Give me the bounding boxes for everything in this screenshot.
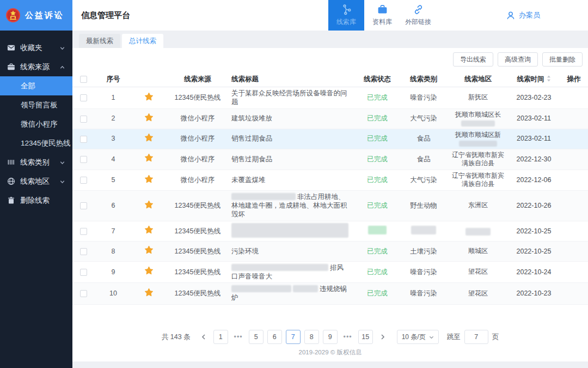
- page-ellipsis[interactable]: •••: [341, 333, 354, 341]
- sidebar-item[interactable]: 线索来源: [0, 57, 72, 76]
- jump-page-input[interactable]: [464, 330, 488, 344]
- star-icon[interactable]: [144, 132, 154, 143]
- clue-title-text: 污染环境: [231, 248, 259, 255]
- app-logo: 公益诉讼: [0, 0, 72, 31]
- toolbar-button[interactable]: 导出线索: [453, 52, 493, 67]
- page-button[interactable]: 9: [323, 330, 338, 344]
- table-row[interactable]: 4微信小程序销售过期食品已完成食品辽宁省抚顺市新宾满族自治县2022-12-30: [72, 149, 588, 170]
- star-icon[interactable]: [144, 92, 154, 102]
- sidebar-subitem[interactable]: 微信小程序: [0, 114, 72, 134]
- status-text: 已完成: [367, 248, 388, 255]
- row-checkbox[interactable]: [80, 136, 87, 143]
- time-text: 2022-12-30: [517, 155, 552, 163]
- page-button[interactable]: 15: [358, 330, 373, 344]
- globe-icon: [7, 177, 15, 185]
- pagination-total: 共 143 条: [162, 333, 191, 342]
- tab-active[interactable]: 总计线索: [122, 34, 163, 48]
- clue-title: 非法占用耕地、林地建造牛圈，造成耕地、林地大面积毁坏: [230, 191, 356, 221]
- star-icon[interactable]: [144, 266, 154, 276]
- column-header-time[interactable]: 线索时间: [508, 73, 560, 85]
- row-checkbox[interactable]: [80, 116, 87, 123]
- table-row[interactable]: 612345便民热线非法占用耕地、林地建造牛圈，造成耕地、林地大面积毁坏已完成野…: [72, 191, 588, 221]
- table-row[interactable]: 5微信小程序未覆盖煤堆已完成大气污染辽宁省抚顺市新宾满族自治县2022-12-0…: [72, 170, 588, 191]
- table-panel: 导出线索高级查询批量删除 序号 线索来源 线索标题 线索状态 线索类别 线索地区: [72, 48, 588, 361]
- clue-status: 已完成: [356, 287, 399, 299]
- column-header-title[interactable]: 线索标题: [230, 73, 356, 85]
- sidebar-item[interactable]: 线索地区: [0, 172, 72, 191]
- select-all-checkbox[interactable]: [80, 76, 87, 83]
- clue-title: 污染环境: [230, 245, 356, 257]
- star-icon[interactable]: [144, 200, 154, 210]
- toolbar-button[interactable]: 批量删除: [542, 52, 583, 67]
- clue-title: 建筑垃圾堆放: [230, 112, 356, 124]
- header-nav-item[interactable]: 资料库: [364, 0, 400, 31]
- sidebar-item[interactable]: 删除线索: [0, 191, 72, 210]
- row-checkbox-cell: [72, 266, 94, 278]
- star-icon[interactable]: [144, 174, 154, 184]
- clue-title-text: 未覆盖煤堆: [231, 176, 266, 184]
- column-header-num[interactable]: 序号: [94, 73, 132, 85]
- clue-region: [448, 225, 508, 237]
- row-checkbox[interactable]: [80, 177, 87, 184]
- row-checkbox[interactable]: [80, 248, 87, 255]
- clue-title-text: 销售过期食品: [231, 135, 272, 142]
- page-ellipsis[interactable]: •••: [232, 333, 245, 341]
- region-text: 新抚区: [449, 93, 507, 102]
- header-nav-item[interactable]: 外部链接: [400, 0, 436, 31]
- star-icon[interactable]: [144, 112, 154, 123]
- table-row[interactable]: 912345便民热线排风口声音噪音大已完成噪音污染望花区2022-10-24: [72, 262, 588, 283]
- row-checkbox[interactable]: [80, 202, 87, 209]
- table-toolbar: 导出线索高级查询批量删除: [72, 48, 588, 71]
- header-nav-item[interactable]: 线索库: [328, 0, 364, 31]
- row-checkbox[interactable]: [80, 228, 87, 235]
- sidebar-item[interactable]: 线索类别: [0, 153, 72, 172]
- page-size-select[interactable]: 10 条/页: [397, 330, 439, 344]
- clue-title-text: 关于某群众反映经营场所设备噪音的问题: [231, 89, 347, 106]
- clue-region: 望花区: [448, 288, 508, 300]
- star-icon[interactable]: [144, 245, 154, 255]
- sidebar-submenu: 全部领导留言板微信小程序12345便民热线: [0, 76, 72, 153]
- next-page-button[interactable]: [377, 330, 389, 344]
- star-icon[interactable]: [144, 287, 154, 298]
- redacted-region-block: [459, 141, 497, 147]
- star-icon[interactable]: [144, 225, 154, 235]
- sidebar-subitem[interactable]: 领导留言板: [0, 95, 72, 114]
- column-header-region[interactable]: 线索地区: [448, 73, 508, 85]
- star-icon[interactable]: [144, 153, 154, 163]
- row-action-cell: [560, 250, 588, 253]
- row-checkbox[interactable]: [80, 94, 87, 101]
- page-button-current[interactable]: 7: [286, 330, 301, 344]
- column-header-action[interactable]: 操作: [560, 73, 588, 85]
- prev-page-button[interactable]: [198, 330, 210, 344]
- sidebar-item[interactable]: 收藏夹: [0, 38, 72, 57]
- page-button[interactable]: 1: [213, 330, 228, 344]
- sidebar-menu: 收藏夹线索来源全部领导留言板微信小程序12345便民热线线索类别线索地区删除线索: [0, 31, 72, 210]
- table-row[interactable]: 1012345便民热线违规烧锅炉已完成噪音污染望花区2022-10-23: [72, 283, 588, 305]
- clue-status: 已完成: [356, 200, 399, 212]
- sidebar-subitem[interactable]: 全部: [0, 76, 72, 95]
- tab-inactive[interactable]: 最新线索: [79, 34, 120, 48]
- row-checkbox[interactable]: [80, 290, 87, 297]
- row-checkbox[interactable]: [80, 269, 87, 276]
- column-header-source[interactable]: 线索来源: [165, 73, 230, 85]
- sidebar-subitem[interactable]: 12345便民热线: [0, 134, 72, 153]
- sort-icon[interactable]: [547, 75, 551, 81]
- page-button[interactable]: 8: [304, 330, 319, 344]
- page-button[interactable]: 6: [267, 330, 282, 344]
- user-menu[interactable]: 办案员: [506, 0, 540, 31]
- category-icon: [7, 158, 15, 166]
- page-button[interactable]: 5: [249, 330, 264, 344]
- table-row[interactable]: 712345便民热线2022-10-25: [72, 221, 588, 242]
- row-star-cell: [132, 111, 165, 126]
- table-row[interactable]: 3微信小程序销售过期食品已完成食品抚顺市顺城区新2023-02-11: [72, 129, 588, 149]
- column-header-category[interactable]: 线索类别: [399, 73, 448, 85]
- column-header-status[interactable]: 线索状态: [356, 73, 399, 85]
- table-row[interactable]: 2微信小程序建筑垃圾堆放已完成大气污染抚顺市顺城区长2023-02-11: [72, 109, 588, 129]
- clue-status: 已完成: [356, 245, 399, 257]
- table-row[interactable]: 112345便民热线关于某群众反映经营场所设备噪音的问题已完成噪音污染新抚区20…: [72, 87, 588, 109]
- row-star-cell: [132, 264, 165, 280]
- table-row[interactable]: 812345便民热线污染环境已完成土壤污染顺城区2022-10-25: [72, 242, 588, 262]
- toolbar-button[interactable]: 高级查询: [498, 52, 538, 67]
- row-checkbox[interactable]: [80, 156, 87, 163]
- clue-title-text: 建筑垃圾堆放: [231, 114, 272, 122]
